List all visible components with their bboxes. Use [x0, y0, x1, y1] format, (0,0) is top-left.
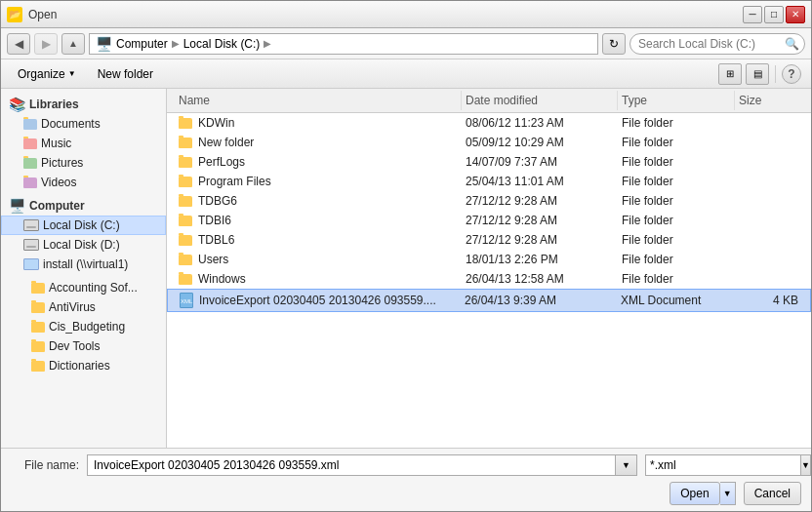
refresh-button[interactable]: ↻ [602, 33, 626, 55]
col-type[interactable]: Type [618, 91, 735, 110]
sidebar-item-dictionaries[interactable]: Dictionaries [1, 356, 166, 375]
sidebar-item-dev-tools[interactable]: Dev Tools [1, 336, 166, 356]
sidebar: 📚 Libraries Documents Music Pictures [1, 89, 167, 448]
view-options-button[interactable]: ⊞ [718, 63, 742, 85]
file-name: Windows [198, 272, 246, 286]
filetype-input[interactable] [645, 454, 801, 476]
file-size [735, 121, 803, 125]
new-folder-button[interactable]: New folder [91, 64, 160, 84]
sidebar-group-libraries-header[interactable]: 📚 Libraries [1, 95, 166, 114]
file-type: File folder [618, 270, 735, 288]
sidebar-item-pictures[interactable]: Pictures [1, 153, 166, 173]
view-toggle-button[interactable]: ▤ [746, 63, 769, 85]
folder-icon [179, 157, 192, 168]
file-size [735, 218, 803, 222]
organize-label: Organize [18, 67, 65, 81]
path-localdisk: Local Disk (C:) [183, 37, 261, 51]
sidebar-item-cis-budgeting[interactable]: Cis_Budgeting [1, 317, 166, 336]
col-size[interactable]: Size [735, 91, 803, 110]
sidebar-group-computer-header[interactable]: 🖥️ Computer [1, 196, 166, 216]
file-row[interactable]: TDBG6 27/12/12 9:28 AM File folder [167, 191, 811, 211]
file-row[interactable]: PerfLogs 14/07/09 7:37 AM File folder [167, 152, 811, 172]
open-dialog: 📂 Open ─ □ ✕ ◀ ▶ ▲ 🖥️ Computer ▶ Local D… [0, 0, 812, 512]
address-bar: ◀ ▶ ▲ 🖥️ Computer ▶ Local Disk (C:) ▶ ↻ … [1, 28, 811, 59]
cancel-button[interactable]: Cancel [744, 482, 801, 505]
folder-icon [179, 216, 192, 226]
search-wrap: 🔍 [629, 33, 805, 55]
bottom-bar: File name: ▼ ▼ Open ▼ Cancel [1, 448, 811, 511]
file-row[interactable]: TDBL6 27/12/12 9:28 AM File folder [167, 230, 811, 250]
file-name-cell: Windows [175, 270, 462, 288]
file-size [735, 277, 803, 281]
minimize-button[interactable]: ─ [743, 6, 762, 23]
filetype-dropdown-button[interactable]: ▼ [801, 454, 811, 476]
maximize-button[interactable]: □ [764, 6, 784, 23]
filetype-wrap: ▼ [645, 454, 801, 476]
file-name: PerfLogs [198, 155, 245, 169]
file-name: InvoiceExport 02030405 20130426 093559..… [199, 294, 436, 307]
organize-button[interactable]: Organize ▼ [11, 64, 83, 84]
sidebar-item-local-disk-c[interactable]: Local Disk (C:) [1, 216, 166, 235]
libraries-icon: 📚 [9, 97, 25, 112]
title-bar: 📂 Open ─ □ ✕ [1, 1, 811, 28]
file-date: 25/04/13 11:01 AM [462, 173, 618, 190]
sidebar-item-videos[interactable]: Videos [1, 173, 166, 192]
xml-icon: XML [180, 293, 193, 308]
filename-input[interactable] [87, 454, 616, 476]
file-name-cell: KDWin [175, 114, 462, 132]
file-name: New folder [198, 136, 254, 149]
file-date: 26/04/13 9:39 AM [461, 292, 617, 309]
file-size [735, 179, 803, 183]
file-date: 26/04/13 12:58 AM [462, 270, 618, 288]
file-date: 27/12/12 9:28 AM [462, 192, 618, 210]
close-button[interactable]: ✕ [786, 6, 805, 23]
file-name: TDBG6 [198, 194, 237, 208]
file-name-cell: TDBL6 [175, 231, 462, 249]
file-row[interactable]: XML InvoiceExport 02030405 20130426 0935… [167, 289, 811, 312]
sidebar-item-documents[interactable]: Documents [1, 114, 166, 134]
forward-button[interactable]: ▶ [34, 33, 58, 55]
cis-budgeting-label: Cis_Budgeting [49, 320, 157, 334]
sidebar-item-local-disk-d[interactable]: Local Disk (D:) [1, 235, 166, 255]
file-list-header: Name Date modified Type Size [167, 89, 811, 113]
col-date[interactable]: Date modified [462, 91, 618, 110]
sidebar-group-install-children: Accounting Sof... AntiVirus Cis_Budgetin… [1, 278, 166, 375]
file-row[interactable]: TDBI6 27/12/12 9:28 AM File folder [167, 211, 811, 230]
open-button[interactable]: Open [670, 482, 719, 505]
organize-dropdown-icon: ▼ [68, 69, 76, 78]
sidebar-item-music[interactable]: Music [1, 134, 166, 153]
file-size: 4 KB [734, 292, 802, 309]
file-type: File folder [618, 114, 735, 132]
title-controls: ─ □ ✕ [743, 6, 805, 23]
open-split-button[interactable]: ▼ [720, 482, 736, 505]
folder-icon [179, 255, 192, 265]
sidebar-item-install[interactable]: install (\\virtual1) [1, 255, 166, 274]
file-row[interactable]: KDWin 08/06/12 11:23 AM File folder [167, 113, 811, 133]
toolbar-separator [775, 65, 776, 83]
file-row[interactable]: Windows 26/04/13 12:58 AM File folder [167, 269, 811, 289]
file-name-cell: TDBI6 [175, 212, 462, 229]
path-computer: Computer [116, 37, 168, 51]
sidebar-item-antivirus[interactable]: AntiVirus [1, 297, 166, 317]
pictures-label: Pictures [41, 156, 157, 170]
col-name[interactable]: Name [175, 91, 462, 110]
sidebar-group-computer: 🖥️ Computer Local Disk (C:) Local Disk (… [1, 196, 166, 274]
search-input[interactable] [629, 33, 805, 55]
main-content: 📚 Libraries Documents Music Pictures [1, 89, 811, 448]
back-button[interactable]: ◀ [7, 33, 30, 55]
up-button[interactable]: ▲ [61, 33, 85, 55]
install-label: install (\\virtual1) [43, 257, 157, 271]
help-button[interactable]: ? [782, 64, 801, 84]
file-row[interactable]: Users 18/01/13 2:26 PM File folder [167, 250, 811, 269]
file-row[interactable]: New folder 05/09/12 10:29 AM File folder [167, 133, 811, 152]
dictionaries-icon [31, 361, 45, 372]
antivirus-label: AntiVirus [49, 300, 157, 314]
path-sep-1: ▶ [172, 38, 180, 49]
file-row[interactable]: Program Files 25/04/13 11:01 AM File fol… [167, 172, 811, 191]
address-path[interactable]: 🖥️ Computer ▶ Local Disk (C:) ▶ [89, 33, 598, 55]
file-date: 18/01/13 2:26 PM [462, 251, 618, 268]
filename-dropdown-button[interactable]: ▼ [616, 454, 637, 476]
window-title: Open [28, 8, 57, 21]
folder-icon [179, 196, 192, 207]
sidebar-item-accounting[interactable]: Accounting Sof... [1, 278, 166, 297]
